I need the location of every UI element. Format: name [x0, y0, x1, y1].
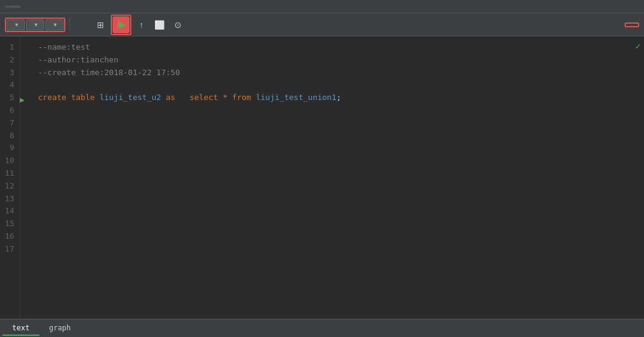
- code-editor[interactable]: --name:test--author:tianchen--create tim…: [32, 36, 632, 319]
- line-number: 3: [5, 67, 17, 79]
- line-number: 8: [5, 130, 17, 142]
- line-number: 2: [5, 54, 17, 67]
- line-number: 4: [5, 79, 17, 92]
- title-bar: [0, 0, 644, 13]
- upload-button[interactable]: ↑: [134, 17, 150, 33]
- line-number: 17: [5, 243, 17, 256]
- mode-button[interactable]: ▼: [7, 19, 25, 30]
- line-number: 13: [5, 193, 17, 205]
- line-number: 6: [5, 104, 17, 117]
- bottom-tab-graph[interactable]: graph: [39, 321, 80, 336]
- schedule-button[interactable]: ⊙: [170, 17, 186, 33]
- format-icon: ⊞: [97, 20, 104, 30]
- run-arrow-icon: ▶: [20, 94, 32, 107]
- format-button[interactable]: ⊞: [93, 17, 108, 33]
- monitor-button[interactable]: ⬜: [152, 17, 168, 33]
- line-number: 1: [5, 41, 17, 54]
- line-number: 10: [5, 155, 17, 167]
- play-group: [111, 15, 131, 35]
- toolbar-sep-1: [70, 18, 70, 32]
- bottom-bar: textgraph: [0, 319, 644, 337]
- compute-button[interactable]: ▼: [26, 19, 44, 30]
- code-line: [38, 79, 626, 92]
- line-number: 5: [5, 92, 17, 104]
- code-line: --create time:2018-01-22 17:50: [38, 67, 626, 79]
- code-line: [38, 180, 626, 193]
- file-tab[interactable]: [5, 5, 21, 8]
- code-line: create table liuji_test_u2 as select * f…: [38, 92, 626, 104]
- mode-group: ▼ ▼ ▼: [5, 18, 65, 32]
- meta-dev-button[interactable]: [625, 22, 639, 27]
- code-line: [38, 130, 626, 142]
- compiler-button[interactable]: ▼: [45, 19, 64, 30]
- line-number: 7: [5, 117, 17, 130]
- monitor-icon: ⬜: [154, 20, 165, 30]
- line-numbers: 1234567891011121314151617: [0, 36, 20, 319]
- bottom-tab-text[interactable]: text: [2, 321, 39, 336]
- line-number: 11: [5, 167, 17, 180]
- code-line: [38, 155, 626, 167]
- code-line: [38, 218, 626, 230]
- code-line: [38, 243, 626, 256]
- toolbar: ▼ ▼ ▼ ⊞ ↑ ⬜ ⊙: [0, 13, 644, 36]
- code-line: --author:tianchen: [38, 54, 626, 67]
- right-status-panel: ✓: [632, 36, 644, 319]
- code-line: --name:test: [38, 41, 626, 54]
- mode-dropdown-arrow: ▼: [14, 22, 19, 28]
- compiler-dropdown-arrow: ▼: [53, 22, 58, 28]
- schedule-icon: ⊙: [174, 20, 182, 30]
- line-number: 12: [5, 180, 17, 193]
- code-line: [38, 167, 626, 180]
- line-number: 14: [5, 205, 17, 218]
- compute-dropdown-arrow: ▼: [33, 22, 39, 28]
- status-check-icon: ✓: [636, 41, 640, 51]
- editor-area: 1234567891011121314151617 ▶ --name:test-…: [0, 36, 644, 319]
- line-number: 15: [5, 218, 17, 230]
- run-indicator: ▶: [20, 36, 32, 319]
- play-icon: [118, 21, 125, 29]
- code-line: [38, 205, 626, 218]
- code-line: [38, 117, 626, 130]
- code-line: [38, 142, 626, 155]
- code-line: [38, 193, 626, 205]
- line-number: 16: [5, 230, 17, 243]
- upload-icon: ↑: [139, 20, 143, 30]
- toolbar-right: [625, 22, 639, 27]
- code-line: [38, 230, 626, 243]
- refresh-button[interactable]: [74, 17, 90, 33]
- play-button[interactable]: [113, 16, 130, 33]
- code-line: [38, 104, 626, 117]
- line-number: 9: [5, 142, 17, 155]
